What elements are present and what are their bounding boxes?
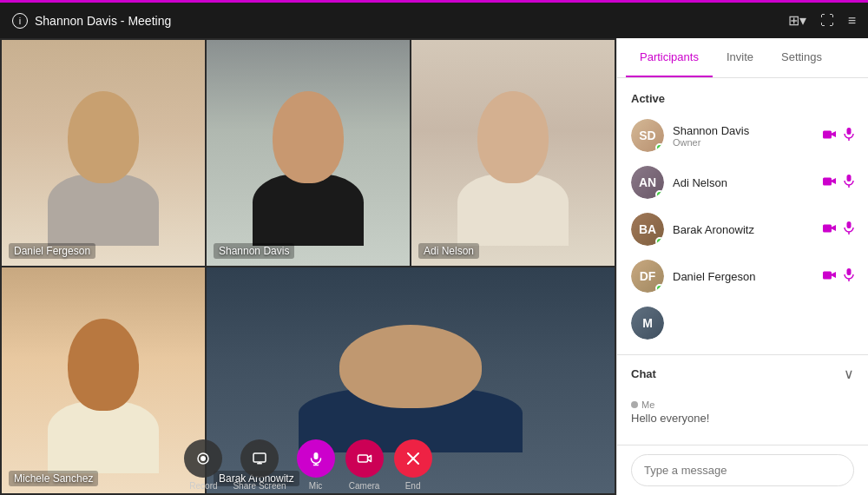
participant-row-shannon: SD Shannon Davis Owner [617,112,868,159]
record-icon [184,439,222,478]
end-icon [394,439,432,478]
camera-button[interactable]: Camera [345,439,384,491]
participant-info-adi: Adi Nelson [673,176,814,189]
mic-icon-barak [844,221,854,238]
participant-name-barak: Barak Aronowitz [673,223,814,236]
chat-message-text: Hello everyone! [631,412,854,425]
top-bar: i Shannon Davis - Meeting ⊞▾ ⛶ ≡ [0,0,868,38]
svg-rect-8 [358,455,367,462]
svg-rect-14 [823,178,832,186]
chat-messages: Me Hello everyone! [617,393,868,445]
expand-icon[interactable]: ⛶ [820,13,834,29]
online-indicator-barak [655,237,664,246]
tab-settings[interactable]: Settings [767,38,836,77]
record-button[interactable]: Record [184,439,222,491]
main-content: Daniel Fergeson Shannon Davis [0,38,868,495]
active-section-label: Active [617,89,868,112]
online-indicator-adi [655,190,664,199]
share-screen-icon [240,439,279,478]
avatar-barak: BA [631,213,664,246]
svg-rect-15 [847,175,852,182]
chat-input-row [617,445,868,495]
participant-name-daniel: Daniel Fergeson [673,270,814,283]
video-label-adi: Adi Nelson [418,243,479,259]
participant-info-daniel: Daniel Fergeson [673,270,814,283]
control-bar: Record Share Screen [0,434,616,495]
video-label-shannon: Shannon Davis [214,243,294,259]
mic-label: Mic [309,481,323,491]
video-grid: Daniel Fergeson Shannon Davis [0,38,616,495]
participant-row-adi: AN Adi Nelson [617,159,868,206]
chevron-down-icon: ∨ [844,366,854,382]
svg-rect-12 [847,128,852,135]
svg-rect-5 [313,452,318,459]
info-icon: i [12,13,28,29]
chat-message-sender: Me [631,399,854,410]
avatar-adi: AN [631,166,664,199]
video-icon-barak [823,222,837,236]
participant-row-daniel: DF Daniel Fergeson [617,253,868,300]
mic-icon [297,439,335,478]
participant-name-adi: Adi Nelson [673,176,814,189]
chat-input[interactable] [631,454,854,486]
participant-role-shannon: Owner [673,137,814,148]
camera-icon [345,439,384,478]
participants-section: Active SD Shannon Davis Owner [617,78,868,354]
share-screen-label: Share Screen [233,481,286,491]
participant-icons-barak [823,221,854,238]
grid-icon[interactable]: ⊞▾ [788,12,806,29]
tab-invite[interactable]: Invite [713,38,767,77]
participant-info-barak: Barak Aronowitz [673,223,814,236]
end-button[interactable]: End [394,439,432,491]
participant-icons-adi [823,175,854,191]
mic-icon-shannon [844,128,854,144]
svg-rect-11 [823,131,832,139]
chat-title: Chat [631,367,656,380]
record-label: Record [189,481,217,491]
mic-button[interactable]: Mic [297,439,335,491]
participant-row-barak: BA Barak Aronowitz [617,206,868,253]
participant-icons-shannon [823,128,854,144]
sender-dot [631,401,638,408]
avatar-shannon: SD [631,119,664,152]
avatar-partial: M [631,307,664,340]
camera-label: Camera [349,481,380,491]
svg-rect-2 [253,453,266,462]
mic-icon-daniel [844,268,854,285]
menu-icon[interactable]: ≡ [848,13,856,29]
meeting-title: Shannon Davis - Meeting [35,14,171,28]
chat-header[interactable]: Chat ∨ [617,355,868,393]
end-label: End [405,481,421,491]
svg-rect-20 [823,272,832,280]
video-icon-daniel [823,269,837,283]
participant-info-shannon: Shannon Davis Owner [673,124,814,148]
chat-section: Chat ∨ Me Hello everyone! [617,354,868,495]
svg-rect-17 [823,225,832,233]
participant-row-partial: M [617,300,868,346]
svg-rect-21 [847,268,852,275]
meeting-title-area: i Shannon Davis - Meeting [12,13,171,29]
video-area: Daniel Fergeson Shannon Davis [0,38,616,495]
video-cell-adi: Adi Nelson [411,40,615,266]
participant-name-shannon: Shannon Davis [673,124,814,137]
video-cell-shannon: Shannon Davis [207,40,410,266]
participant-icons-daniel [823,268,854,285]
video-icon-shannon [823,129,837,142]
svg-rect-18 [847,221,852,228]
sender-name: Me [641,399,654,410]
online-indicator-daniel [655,284,664,293]
svg-point-1 [201,456,206,461]
avatar-daniel: DF [631,260,664,293]
sidebar: Participants Invite Settings Active SD S… [616,38,868,495]
mic-icon-adi [844,175,854,191]
video-cell-daniel: Daniel Fergeson [2,40,205,266]
sidebar-tabs: Participants Invite Settings [617,38,868,78]
top-bar-controls: ⊞▾ ⛶ ≡ [788,12,856,29]
share-screen-button[interactable]: Share Screen [233,439,286,491]
online-indicator-shannon [655,143,664,152]
tab-participants[interactable]: Participants [626,38,713,77]
video-icon-adi [823,175,837,189]
video-label-daniel: Daniel Fergeson [9,243,95,259]
